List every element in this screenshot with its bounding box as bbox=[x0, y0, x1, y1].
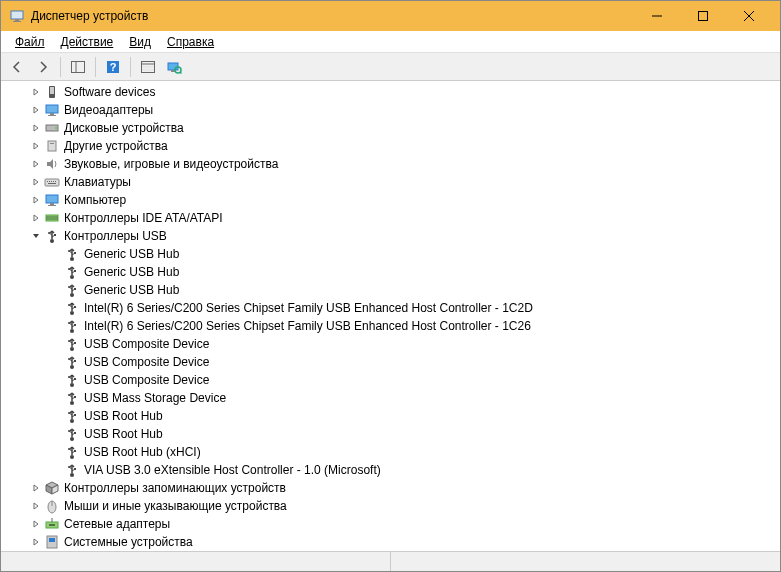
usb-icon bbox=[64, 246, 80, 262]
no-toggle bbox=[49, 337, 63, 351]
scan-hardware-button[interactable] bbox=[162, 55, 186, 79]
svg-rect-62 bbox=[74, 270, 76, 272]
tree-item-mice[interactable]: Мыши и иные указывающие устройства bbox=[5, 497, 780, 515]
svg-rect-36 bbox=[50, 203, 54, 205]
tree-item-usb-controllers[interactable]: Контроллеры USB bbox=[5, 227, 780, 245]
maximize-button[interactable] bbox=[680, 1, 726, 31]
usb-icon bbox=[64, 444, 80, 460]
expand-toggle[interactable] bbox=[29, 211, 43, 225]
tree-item-usb-device[interactable]: USB Root Hub bbox=[5, 425, 780, 443]
show-hide-tree-button[interactable] bbox=[66, 55, 90, 79]
back-button[interactable] bbox=[5, 55, 29, 79]
usb-icon bbox=[44, 228, 60, 244]
menu-file[interactable]: Файл bbox=[7, 33, 53, 51]
tree-item-keyboards[interactable]: Клавиатуры bbox=[5, 173, 780, 191]
expand-toggle[interactable] bbox=[29, 517, 43, 531]
tree-item-disk-drives[interactable]: Дисковые устройства bbox=[5, 119, 780, 137]
expand-toggle[interactable] bbox=[29, 103, 43, 117]
expand-toggle[interactable] bbox=[29, 499, 43, 513]
status-pane-right bbox=[391, 552, 780, 572]
tree-item-usb-device[interactable]: USB Root Hub bbox=[5, 407, 780, 425]
tree-item-usb-device[interactable]: USB Composite Device bbox=[5, 335, 780, 353]
tree-item-usb-device[interactable]: Generic USB Hub bbox=[5, 245, 780, 263]
svg-point-87 bbox=[70, 365, 74, 369]
svg-point-90 bbox=[68, 358, 70, 360]
svg-rect-110 bbox=[74, 414, 76, 416]
expand-toggle[interactable] bbox=[29, 535, 43, 549]
tree-item-label: USB Composite Device bbox=[84, 373, 209, 387]
tree-item-network-adapters[interactable]: Сетевые адаптеры bbox=[5, 515, 780, 533]
tree-item-label: USB Composite Device bbox=[84, 337, 209, 351]
tree-item-software-devices[interactable]: Software devices bbox=[5, 83, 780, 101]
tree-item-video-adapters[interactable]: Видеоадаптеры bbox=[5, 101, 780, 119]
tree-item-usb-device[interactable]: USB Composite Device bbox=[5, 371, 780, 389]
close-button[interactable] bbox=[726, 1, 772, 31]
tree-item-computer[interactable]: Компьютер bbox=[5, 191, 780, 209]
properties-button[interactable] bbox=[136, 55, 160, 79]
svg-rect-68 bbox=[74, 288, 76, 290]
tree-item-usb-device[interactable]: Generic USB Hub bbox=[5, 281, 780, 299]
menu-help[interactable]: Справка bbox=[159, 33, 222, 51]
system-device-icon bbox=[44, 534, 60, 550]
tree-item-usb-device[interactable]: VIA USB 3.0 eXtensible Host Controller -… bbox=[5, 461, 780, 479]
no-toggle bbox=[49, 427, 63, 441]
usb-icon bbox=[64, 336, 80, 352]
expand-toggle[interactable] bbox=[29, 85, 43, 99]
no-toggle bbox=[49, 463, 63, 477]
tree-item-usb-device[interactable]: Intel(R) 6 Series/C200 Series Chipset Fa… bbox=[5, 299, 780, 317]
tree-item-usb-device[interactable]: USB Mass Storage Device bbox=[5, 389, 780, 407]
device-tree[interactable]: Software devicesВидеоадаптерыДисковые ус… bbox=[1, 81, 780, 551]
svg-rect-28 bbox=[45, 179, 59, 186]
svg-rect-98 bbox=[74, 378, 76, 380]
tree-item-usb-device[interactable]: USB Root Hub (xHCI) bbox=[5, 443, 780, 461]
svg-point-75 bbox=[70, 329, 74, 333]
toolbar: ? bbox=[1, 53, 780, 81]
no-toggle bbox=[49, 301, 63, 315]
svg-rect-23 bbox=[48, 115, 56, 116]
tree-item-usb-device[interactable]: Intel(R) 6 Series/C200 Series Chipset Fa… bbox=[5, 317, 780, 335]
display-adapter-icon bbox=[44, 102, 60, 118]
tree-item-sound-devices[interactable]: Звуковые, игровые и видеоустройства bbox=[5, 155, 780, 173]
svg-point-111 bbox=[70, 437, 74, 441]
menu-view[interactable]: Вид bbox=[121, 33, 159, 51]
window-title: Диспетчер устройств bbox=[31, 9, 634, 23]
help-button[interactable]: ? bbox=[101, 55, 125, 79]
collapse-toggle[interactable] bbox=[29, 229, 43, 243]
svg-point-60 bbox=[68, 268, 70, 270]
svg-rect-56 bbox=[74, 252, 76, 254]
expand-toggle[interactable] bbox=[29, 139, 43, 153]
tree-item-storage-controllers[interactable]: Контроллеры запоминающих устройств bbox=[5, 479, 780, 497]
svg-rect-122 bbox=[74, 450, 76, 452]
tree-item-system-devices[interactable]: Системные устройства bbox=[5, 533, 780, 551]
no-toggle bbox=[49, 319, 63, 333]
tree-item-usb-device[interactable]: Generic USB Hub bbox=[5, 263, 780, 281]
svg-rect-31 bbox=[51, 181, 52, 182]
tree-item-label: Системные устройства bbox=[64, 535, 193, 549]
tree-item-ide-controllers[interactable]: Контроллеры IDE ATA/ATAPI bbox=[5, 209, 780, 227]
no-toggle bbox=[49, 391, 63, 405]
tree-item-label: Звуковые, игровые и видеоустройства bbox=[64, 157, 278, 171]
expand-toggle[interactable] bbox=[29, 121, 43, 135]
expand-toggle[interactable] bbox=[29, 175, 43, 189]
svg-rect-30 bbox=[49, 181, 50, 182]
svg-point-54 bbox=[68, 250, 70, 252]
svg-rect-4 bbox=[699, 12, 708, 21]
svg-rect-1 bbox=[15, 19, 19, 21]
svg-rect-135 bbox=[49, 538, 55, 542]
tree-item-label: Компьютер bbox=[64, 193, 126, 207]
usb-icon bbox=[64, 390, 80, 406]
forward-button[interactable] bbox=[31, 55, 55, 79]
svg-rect-7 bbox=[72, 61, 85, 72]
tree-item-label: Intel(R) 6 Series/C200 Series Chipset Fa… bbox=[84, 319, 531, 333]
no-toggle bbox=[49, 373, 63, 387]
menu-action[interactable]: Действие bbox=[53, 33, 122, 51]
minimize-button[interactable] bbox=[634, 1, 680, 31]
tree-item-other-devices[interactable]: Другие устройства bbox=[5, 137, 780, 155]
tree-item-label: Видеоадаптеры bbox=[64, 103, 153, 117]
tree-item-label: Generic USB Hub bbox=[84, 247, 179, 261]
expand-toggle[interactable] bbox=[29, 193, 43, 207]
tree-item-usb-device[interactable]: USB Composite Device bbox=[5, 353, 780, 371]
expand-toggle[interactable] bbox=[29, 157, 43, 171]
svg-point-63 bbox=[70, 293, 74, 297]
expand-toggle[interactable] bbox=[29, 481, 43, 495]
